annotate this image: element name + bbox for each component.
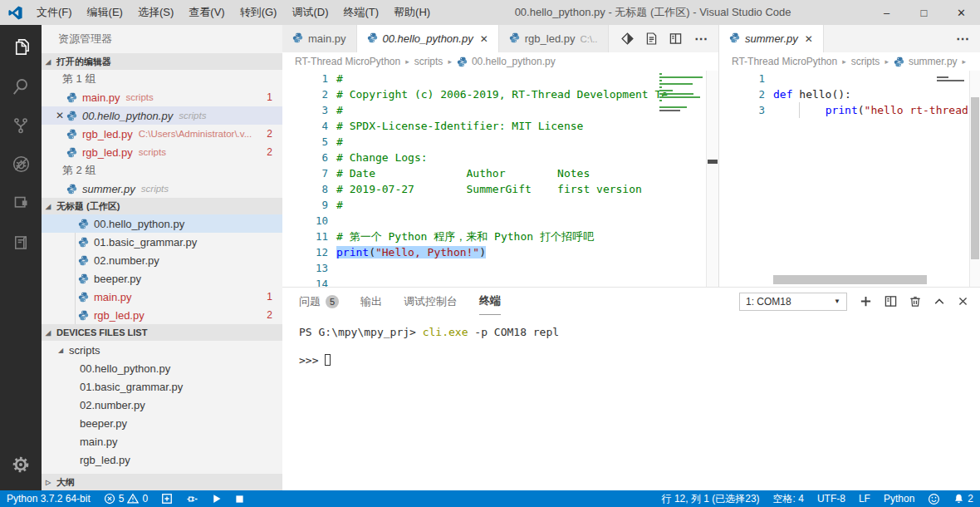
breadcrumb-item[interactable]: RT-Thread MicroPython xyxy=(732,56,837,67)
maximize-panel-button[interactable] xyxy=(933,296,945,308)
scrollbar-vertical[interactable] xyxy=(706,71,718,287)
workspace-file[interactable]: 00.hello_python.py xyxy=(42,214,282,233)
status-item-add-box[interactable] xyxy=(154,490,179,507)
section-open-editors[interactable]: ◢ 打开的编辑器 xyxy=(42,53,282,70)
breadcrumb-item[interactable]: scripts xyxy=(414,56,443,67)
menu-item[interactable]: 调试(D) xyxy=(284,0,336,25)
status-item-python[interactable]: Python xyxy=(877,490,921,507)
panel-tab-问题[interactable]: 问题5 xyxy=(299,288,339,315)
line-number[interactable]: 9 xyxy=(282,197,328,213)
code-line[interactable]: 7# Date Author Notes xyxy=(282,165,718,181)
tab-00.hello_python.py[interactable]: 00.hello_python.py✕ xyxy=(357,25,499,52)
open-changes-icon[interactable] xyxy=(621,32,634,45)
open-editor-item[interactable]: summer.pyscripts xyxy=(42,180,282,198)
code-line[interactable]: 14 xyxy=(282,276,718,287)
terminal-select[interactable]: 1: COM18 ▼ xyxy=(739,293,847,311)
menu-item[interactable]: 转到(G) xyxy=(233,0,285,25)
line-number[interactable]: 12 xyxy=(282,244,328,260)
line-number[interactable]: 5 xyxy=(282,134,328,150)
activity-extensions[interactable] xyxy=(0,184,42,223)
status-item[interactable]: 50 xyxy=(97,490,154,507)
more-actions-icon[interactable]: ⋯ xyxy=(956,31,970,47)
close-icon[interactable]: ✕ xyxy=(53,110,66,121)
terminal-output[interactable]: PS G:\mpy\mpy_prj> cli.exe -p COM18 repl… xyxy=(282,315,980,490)
menu-item[interactable]: 选择(S) xyxy=(130,0,181,25)
status-item-plug[interactable] xyxy=(179,490,205,507)
panel-tab-调试控制台[interactable]: 调试控制台 xyxy=(404,288,458,315)
code-line[interactable]: 10 xyxy=(282,213,718,229)
activity-explorer[interactable] xyxy=(0,27,42,66)
status-item-utf-8[interactable]: UTF-8 xyxy=(811,490,852,507)
code-line[interactable]: 8# 2019-07-27 SummerGift first version xyxy=(282,181,718,197)
workspace-file[interactable]: 02.number.py xyxy=(42,251,282,269)
menu-item[interactable]: 查看(V) xyxy=(181,0,232,25)
code-line[interactable]: 9# xyxy=(282,197,718,213)
open-editor-item[interactable]: ✕00.hello_python.pyscripts xyxy=(42,106,282,125)
code-line[interactable]: 13 xyxy=(282,260,718,276)
status-item-python-3.7.2-64-bit[interactable]: Python 3.7.2 64-bit xyxy=(0,490,97,507)
breadcrumb-item[interactable]: summer.py xyxy=(909,56,958,67)
new-terminal-button[interactable] xyxy=(860,295,872,308)
devices-folder-scripts[interactable]: ◢scripts xyxy=(42,341,282,359)
code-line[interactable]: 12print("Hello, Python!") xyxy=(282,244,718,260)
code-line[interactable]: 3# xyxy=(282,102,718,118)
code-line[interactable]: 4# SPDX-License-Identifier: MIT License xyxy=(282,118,718,134)
line-number[interactable]: 1 xyxy=(719,71,765,86)
split-terminal-button[interactable] xyxy=(884,295,897,308)
split-editor-icon[interactable] xyxy=(669,32,682,45)
activity-source-control[interactable] xyxy=(0,106,42,145)
line-number[interactable]: 7 xyxy=(282,165,328,181)
status-item--4[interactable]: 空格: 4 xyxy=(767,490,811,507)
code-line[interactable]: 6# Change Logs: xyxy=(282,150,718,165)
line-number[interactable]: 2 xyxy=(719,86,765,102)
code-editor-left[interactable]: 1#2# Copyright (c) 2006-2019, RT-Thread … xyxy=(282,71,718,287)
line-number[interactable]: 3 xyxy=(282,102,328,118)
breadcrumb-item[interactable]: scripts xyxy=(851,56,880,67)
activity-settings[interactable] xyxy=(0,445,42,484)
breadcrumb-item[interactable]: 00.hello_python.py xyxy=(472,56,556,67)
status-item-feedback[interactable] xyxy=(921,490,947,507)
menu-item[interactable]: 文件(F) xyxy=(29,0,80,25)
code-line[interactable]: 1# xyxy=(282,71,718,86)
line-number[interactable]: 4 xyxy=(282,118,328,134)
section-workspace[interactable]: ◢ 无标题 (工作区) xyxy=(42,198,282,214)
line-number[interactable]: 10 xyxy=(282,213,328,229)
line-number[interactable]: 3 xyxy=(719,102,765,118)
code-line[interactable]: 5# xyxy=(282,134,718,150)
line-number[interactable]: 6 xyxy=(282,150,328,165)
line-number[interactable]: 11 xyxy=(282,229,328,244)
tab-summer.py[interactable]: summer.py✕ xyxy=(719,25,824,52)
open-editor-item[interactable]: main.pyscripts1 xyxy=(42,88,282,106)
line-number[interactable]: 1 xyxy=(282,71,328,86)
menu-item[interactable]: 编辑(E) xyxy=(80,0,130,25)
workspace-file[interactable]: 01.basic_grammar.py xyxy=(42,233,282,251)
menu-item[interactable]: 帮助(H) xyxy=(386,0,438,25)
line-number[interactable]: 13 xyxy=(282,260,328,276)
line-number[interactable]: 14 xyxy=(282,276,328,287)
open-editor-item[interactable]: rgb_led.pyscripts2 xyxy=(42,143,282,161)
line-number[interactable]: 2 xyxy=(282,86,328,102)
close-button[interactable]: ✕ xyxy=(943,0,980,25)
tab-rgb_led.py[interactable]: rgb_led.pyC:\.. xyxy=(499,25,609,52)
tab-main.py[interactable]: main.py xyxy=(282,25,357,52)
activity-notebook[interactable] xyxy=(0,223,42,262)
device-file[interactable]: 02.number.py xyxy=(42,396,282,414)
activity-search[interactable] xyxy=(0,66,42,106)
close-icon[interactable]: ✕ xyxy=(480,33,488,45)
panel-tab-终端[interactable]: 终端 xyxy=(479,288,501,315)
activity-debug[interactable] xyxy=(0,145,42,184)
status-item-stop[interactable] xyxy=(228,490,251,507)
device-file[interactable]: 01.basic_grammar.py xyxy=(42,377,282,396)
close-icon[interactable]: ✕ xyxy=(805,33,813,45)
open-editor-item[interactable]: rgb_led.pyC:\Users\Administrator\.v...2 xyxy=(42,125,282,143)
workspace-file[interactable]: rgb_led.py2 xyxy=(42,306,282,324)
more-actions-icon[interactable]: ⋯ xyxy=(694,31,708,47)
device-file[interactable]: rgb_led.py xyxy=(42,450,282,469)
device-file[interactable]: beeper.py xyxy=(42,414,282,432)
kill-terminal-button[interactable] xyxy=(909,295,921,308)
breadcrumb-item[interactable]: RT-Thread MicroPython xyxy=(295,56,400,67)
minimap[interactable] xyxy=(659,73,705,113)
status-item-lf[interactable]: LF xyxy=(852,490,877,507)
status-item-run[interactable] xyxy=(205,490,228,507)
section-outline[interactable]: ▷ 大纲 xyxy=(42,474,282,490)
